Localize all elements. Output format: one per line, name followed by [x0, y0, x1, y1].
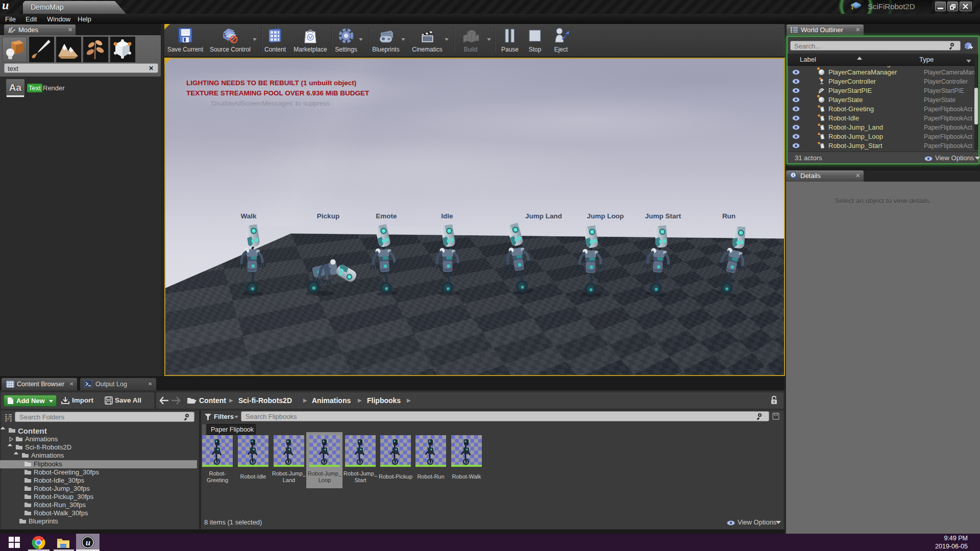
svg-text:u: u: [86, 538, 90, 547]
